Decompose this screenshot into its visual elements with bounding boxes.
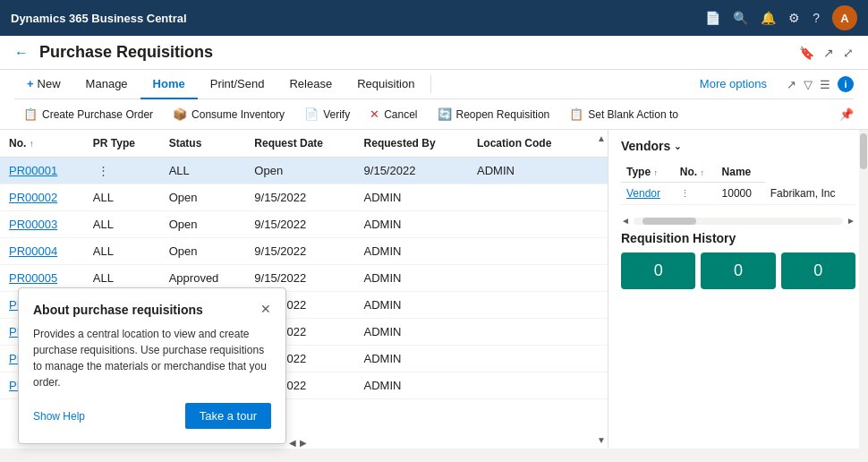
cancel-button[interactable]: ✕ Cancel bbox=[361, 104, 426, 124]
filter-icon[interactable]: ▽ bbox=[804, 78, 813, 91]
ribbon-tabs: + New Manage Home Print/Send Release Req… bbox=[14, 70, 854, 99]
table-row[interactable]: PR00004ALLOpen9/15/2022ADMIN bbox=[0, 238, 608, 265]
detail-scroll-thumb bbox=[860, 133, 867, 169]
scroll-down-arrow[interactable]: ▼ bbox=[597, 435, 606, 445]
ribbon: + New Manage Home Print/Send Release Req… bbox=[0, 70, 868, 130]
share-icon[interactable]: ↗ bbox=[823, 46, 834, 60]
cell-no: PR00003 bbox=[0, 211, 84, 238]
cell-request-date: 9/15/2022 bbox=[245, 184, 354, 211]
cell-status: Open bbox=[160, 184, 246, 211]
cell-requested-by: ADMIN bbox=[355, 346, 468, 372]
pin-icon[interactable]: 📌 bbox=[839, 107, 854, 121]
vendor-row-menu-button[interactable]: ⋮ bbox=[680, 188, 690, 199]
tooltip-body: Provides a central location to view and … bbox=[33, 326, 271, 390]
vendor-name-cell: Fabrikam, Inc bbox=[765, 183, 855, 205]
cell-requested-by: ADMIN bbox=[355, 211, 468, 238]
row-menu-cell[interactable]: ⋮ bbox=[84, 158, 160, 184]
col-no[interactable]: No. ↑ bbox=[0, 130, 84, 158]
scroll-up-arrow[interactable]: ▲ bbox=[597, 133, 606, 143]
page-title: Purchase Requisitions bbox=[39, 43, 788, 62]
ribbon-right-icons: ↗ ▽ ☰ i bbox=[787, 76, 854, 92]
settings-icon[interactable]: ⚙ bbox=[788, 11, 800, 25]
top-bar: Dynamics 365 Business Central 📄 🔍 🔔 ⚙ ? … bbox=[0, 0, 868, 36]
blank-action-label: Set Blank Action to bbox=[588, 108, 678, 121]
detail-scroll-track bbox=[642, 218, 696, 225]
detail-scroll-right-arrow[interactable]: ► bbox=[847, 216, 855, 226]
create-po-label: Create Purchase Order bbox=[42, 108, 153, 121]
col-location-code[interactable]: Location Code bbox=[468, 130, 585, 158]
bookmark-icon[interactable]: 🔖 bbox=[799, 46, 814, 60]
show-help-link[interactable]: Show Help bbox=[33, 410, 85, 423]
detail-scroll-arrows: ◄ ► bbox=[621, 216, 855, 226]
cell-request-date: 9/15/2022 bbox=[245, 238, 354, 265]
avatar[interactable]: A bbox=[832, 5, 857, 30]
vendors-title-text: Vendors bbox=[621, 139, 670, 153]
search-icon[interactable]: 🔍 bbox=[733, 11, 748, 25]
vendors-col-type[interactable]: Type ↑ bbox=[621, 162, 675, 183]
take-tour-button[interactable]: Take a tour bbox=[185, 403, 271, 429]
reopen-requisition-button[interactable]: 🔄 Reopen Requisition bbox=[429, 104, 559, 124]
create-purchase-order-button[interactable]: 📋 Create Purchase Order bbox=[14, 104, 162, 124]
scroll-left-arrow[interactable]: ◀ bbox=[289, 438, 296, 448]
tooltip-header: About purchase requisitions ✕ bbox=[33, 303, 271, 317]
vendor-type-cell: Vendor bbox=[621, 183, 675, 205]
tab-print-send[interactable]: Print/Send bbox=[198, 70, 277, 99]
col-requested-by[interactable]: Requested By bbox=[355, 130, 468, 158]
history-card-2[interactable]: 0 bbox=[781, 252, 855, 289]
ribbon-tab-separator bbox=[430, 75, 431, 93]
scroll-right-arrow[interactable]: ▶ bbox=[300, 438, 307, 448]
tooltip-close-button[interactable]: ✕ bbox=[260, 303, 271, 315]
tab-home[interactable]: Home bbox=[140, 70, 198, 99]
verify-button[interactable]: 📄 Verify bbox=[295, 104, 359, 124]
cell-status: Open bbox=[245, 158, 354, 184]
help-icon[interactable]: ? bbox=[813, 11, 820, 25]
cell-request-date: 9/15/2022 bbox=[355, 158, 468, 184]
tab-release[interactable]: Release bbox=[277, 70, 345, 99]
bell-icon[interactable]: 🔔 bbox=[761, 11, 776, 25]
tab-more-options[interactable]: More options bbox=[687, 70, 779, 99]
detail-right-scrollbar[interactable] bbox=[859, 130, 868, 449]
tooltip-footer: Show Help Take a tour bbox=[33, 403, 271, 429]
set-blank-action-button[interactable]: 📋 Set Blank Action to bbox=[560, 104, 687, 124]
create-po-icon: 📋 bbox=[23, 107, 38, 121]
tab-requisition[interactable]: Requisition bbox=[345, 70, 427, 99]
cell-requested-by: ADMIN bbox=[355, 319, 468, 346]
vendor-menu-cell[interactable]: ⋮ bbox=[675, 183, 717, 205]
cell-pr-type: ALL bbox=[84, 211, 160, 238]
row-menu-button[interactable]: ⋮ bbox=[93, 162, 114, 179]
vendors-col-name[interactable]: Name bbox=[717, 162, 765, 183]
tab-requisition-label: Requisition bbox=[357, 77, 414, 90]
history-cards: 0 0 0 bbox=[621, 252, 855, 289]
tab-new[interactable]: + New bbox=[14, 70, 73, 99]
table-row[interactable]: PR00002ALLOpen9/15/2022ADMIN bbox=[0, 184, 608, 211]
vendors-section-title: Vendors ⌄ bbox=[621, 139, 855, 153]
history-card-1[interactable]: 0 bbox=[701, 252, 775, 289]
cell-requested-by: ADMIN bbox=[355, 372, 468, 399]
detail-scroll-left-arrow[interactable]: ◄ bbox=[621, 216, 630, 226]
table-row[interactable]: PR00001⋮ALLOpen9/15/2022ADMIN bbox=[0, 158, 608, 184]
layout-icon[interactable]: ☰ bbox=[820, 78, 830, 91]
vendor-row[interactable]: Vendor⋮10000Fabrikam, Inc bbox=[621, 183, 855, 205]
vendors-table: Type ↑ No. ↑ Name Vendor⋮10000Fabrikam, … bbox=[621, 162, 855, 205]
cell-status: Open bbox=[160, 211, 246, 238]
list-scroll-right[interactable]: ▲ ▼ bbox=[595, 130, 608, 449]
info-icon[interactable]: i bbox=[838, 76, 854, 92]
plus-icon: + bbox=[27, 77, 34, 90]
history-card-0[interactable]: 0 bbox=[621, 252, 695, 289]
tab-more-label: More options bbox=[700, 77, 767, 90]
back-button[interactable]: ← bbox=[14, 45, 29, 61]
table-row[interactable]: PR00003ALLOpen9/15/2022ADMIN bbox=[0, 211, 608, 238]
detail-scroll-bar[interactable] bbox=[634, 218, 843, 225]
consume-inventory-button[interactable]: 📦 Consume Inventory bbox=[164, 104, 294, 124]
col-status[interactable]: Status bbox=[160, 130, 246, 158]
vendors-col-no[interactable]: No. ↑ bbox=[675, 162, 717, 183]
vendors-chevron-icon[interactable]: ⌄ bbox=[674, 141, 681, 151]
expand-icon[interactable]: ⤢ bbox=[843, 46, 854, 60]
tab-manage[interactable]: Manage bbox=[73, 70, 140, 99]
top-bar-icons: 📄 🔍 🔔 ⚙ ? A bbox=[705, 5, 857, 30]
document-icon[interactable]: 📄 bbox=[705, 11, 720, 25]
table-header-row: No. ↑ PR Type Status Request Date Reques… bbox=[0, 130, 608, 158]
col-pr-type[interactable]: PR Type bbox=[84, 130, 160, 158]
col-request-date[interactable]: Request Date bbox=[245, 130, 354, 158]
share-ribbon-icon[interactable]: ↗ bbox=[787, 78, 796, 91]
